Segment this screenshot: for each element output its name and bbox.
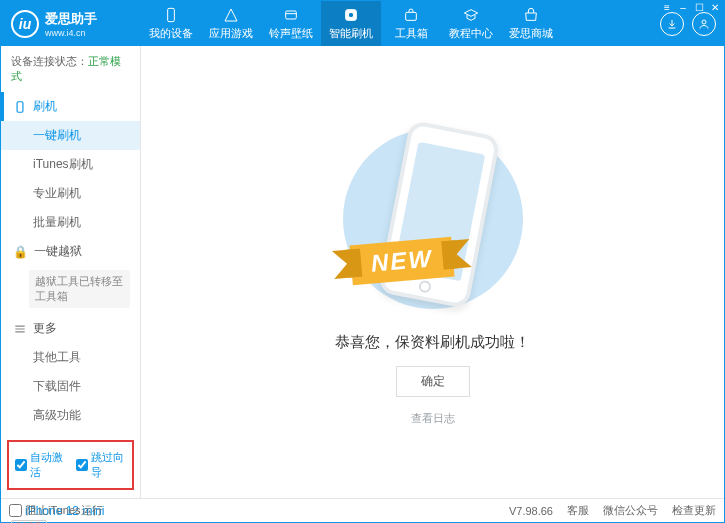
options-box: 自动激活 跳过向导 xyxy=(7,440,134,490)
nav-store[interactable]: 爱思商城 xyxy=(501,1,561,46)
sidebar: 设备连接状态：正常模式 刷机 一键刷机 iTunes刷机 专业刷机 批量刷机 🔒… xyxy=(1,46,141,498)
app-title: 爱思助手 xyxy=(45,10,97,28)
footer-link-update[interactable]: 检查更新 xyxy=(672,503,716,518)
svg-rect-5 xyxy=(17,101,23,112)
title-right xyxy=(660,12,724,36)
svg-rect-1 xyxy=(286,11,297,19)
sidebar-item-advanced[interactable]: 高级功能 xyxy=(1,401,140,430)
svg-rect-0 xyxy=(168,8,175,21)
new-banner-text: NEW xyxy=(349,236,454,285)
max-icon[interactable]: ☐ xyxy=(691,0,707,14)
main-panel: NEW 恭喜您，保资料刷机成功啦！ 确定 查看日志 xyxy=(141,46,724,498)
sidebar-item-itunes-flash[interactable]: iTunes刷机 xyxy=(1,150,140,179)
nav-my-device[interactable]: 我的设备 xyxy=(141,1,201,46)
title-bar: iu 爱思助手 www.i4.cn 我的设备 应用游戏 铃声壁纸 智能刷机 工具… xyxy=(1,1,724,46)
checkbox-auto-activate[interactable]: 自动激活 xyxy=(15,450,66,480)
sidebar-item-batch-flash[interactable]: 批量刷机 xyxy=(1,208,140,237)
main-nav: 我的设备 应用游戏 铃声壁纸 智能刷机 工具箱 教程中心 爱思商城 xyxy=(141,1,660,46)
svg-rect-3 xyxy=(406,12,417,20)
sidebar-item-other-tools[interactable]: 其他工具 xyxy=(1,343,140,372)
logo-area: iu 爱思助手 www.i4.cn xyxy=(1,10,141,38)
lock-icon: 🔒 xyxy=(13,245,28,259)
sidebar-head-jailbreak[interactable]: 🔒 一键越狱 xyxy=(1,237,140,266)
window-controls: ≡ – ☐ ✕ xyxy=(659,0,723,14)
checkbox-skip-wizard[interactable]: 跳过向导 xyxy=(76,450,127,480)
ok-button[interactable]: 确定 xyxy=(396,366,470,397)
sidebar-item-oneclick-flash[interactable]: 一键刷机 xyxy=(1,121,140,150)
jailbreak-note: 越狱工具已转移至工具箱 xyxy=(29,270,130,308)
sidebar-item-download-fw[interactable]: 下载固件 xyxy=(1,372,140,401)
sidebar-head-more[interactable]: 更多 xyxy=(1,314,140,343)
success-message: 恭喜您，保资料刷机成功啦！ xyxy=(335,333,530,352)
svg-point-4 xyxy=(702,20,706,24)
sidebar-head-flash[interactable]: 刷机 xyxy=(1,92,140,121)
footer-version: V7.98.66 xyxy=(509,505,553,517)
footer-link-wechat[interactable]: 微信公众号 xyxy=(603,503,658,518)
footer: 阻止iTunes运行 V7.98.66 客服 微信公众号 检查更新 xyxy=(1,498,724,522)
footer-link-support[interactable]: 客服 xyxy=(567,503,589,518)
view-log-link[interactable]: 查看日志 xyxy=(411,411,455,426)
nav-ringtones[interactable]: 铃声壁纸 xyxy=(261,1,321,46)
nav-smart-flash[interactable]: 智能刷机 xyxy=(321,1,381,46)
checkbox-block-itunes[interactable]: 阻止iTunes运行 xyxy=(9,503,103,518)
nav-tutorial[interactable]: 教程中心 xyxy=(441,1,501,46)
device-status: 设备连接状态：正常模式 xyxy=(1,46,140,92)
min-icon[interactable]: – xyxy=(675,0,691,14)
logo-icon: iu xyxy=(11,10,39,38)
close-icon[interactable]: ✕ xyxy=(707,0,723,14)
app-url: www.i4.cn xyxy=(45,28,97,38)
nav-toolbox[interactable]: 工具箱 xyxy=(381,1,441,46)
app-window: ≡ – ☐ ✕ iu 爱思助手 www.i4.cn 我的设备 应用游戏 铃声壁纸… xyxy=(0,0,725,523)
success-illustration: NEW xyxy=(333,119,533,319)
menu-icon[interactable]: ≡ xyxy=(659,0,675,14)
sidebar-item-pro-flash[interactable]: 专业刷机 xyxy=(1,179,140,208)
user-icon[interactable] xyxy=(692,12,716,36)
body: 设备连接状态：正常模式 刷机 一键刷机 iTunes刷机 专业刷机 批量刷机 🔒… xyxy=(1,46,724,498)
nav-apps-games[interactable]: 应用游戏 xyxy=(201,1,261,46)
download-icon[interactable] xyxy=(660,12,684,36)
